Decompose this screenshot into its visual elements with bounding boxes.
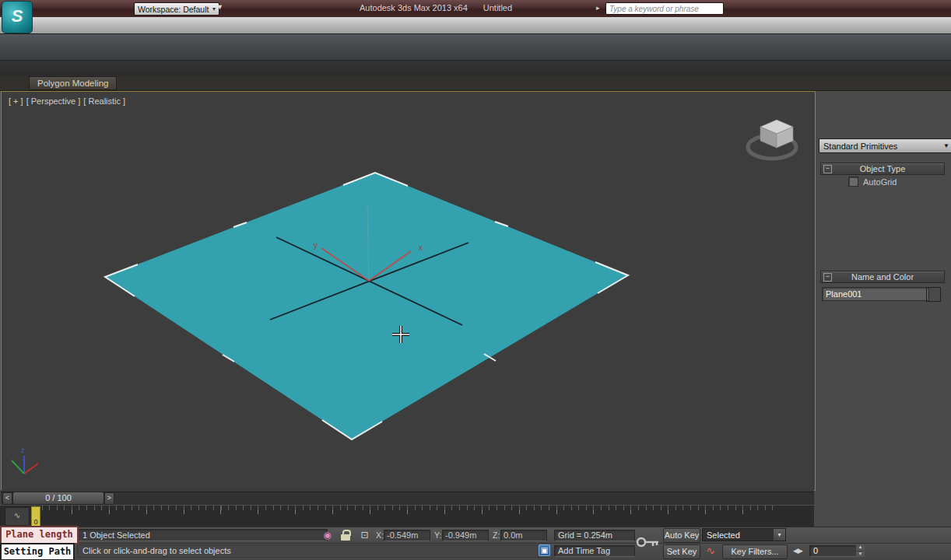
- x-coordinate-field[interactable]: -0.549m: [384, 530, 430, 541]
- viewport-label: [ + ] [ Perspective ] [ Realistic ]: [9, 96, 125, 106]
- gizmo-x-label: x: [419, 243, 423, 252]
- z-coordinate-field[interactable]: 0.0m: [500, 530, 547, 541]
- application-menu-button[interactable]: S: [2, 1, 33, 33]
- auto-key-button[interactable]: Auto Key: [663, 528, 700, 543]
- y-coordinate-label: Y:: [434, 530, 441, 540]
- workspace-dropdown[interactable]: Workspace: Default ▾: [134, 2, 219, 16]
- default-tangent-icon[interactable]: ∿: [703, 544, 718, 558]
- previous-frame-slider-button[interactable]: <: [2, 492, 12, 505]
- caption-overlay-top: Plane length: [0, 526, 79, 544]
- add-time-tag-field[interactable]: Add Time Tag: [554, 545, 635, 557]
- selection-lock-icon[interactable]: [339, 529, 352, 541]
- current-frame-marker[interactable]: 0: [31, 506, 40, 527]
- collapse-icon: −: [823, 165, 832, 173]
- caption-overlay-bottom: Setting Path: [0, 543, 75, 560]
- primitive-category-value: Standard Primitives: [823, 142, 897, 151]
- lock-body: [341, 534, 350, 541]
- selection-status: 1 Object Selected: [77, 529, 328, 541]
- viewport-canvas[interactable]: x y: [2, 92, 815, 490]
- time-slider-track[interactable]: [1, 492, 814, 506]
- document-title: Untitled: [483, 3, 512, 12]
- spinner-down-icon[interactable]: ▼: [856, 551, 865, 558]
- menubar: [0, 17, 951, 34]
- x-coordinate-label: X:: [376, 530, 384, 540]
- grid-size-readout: Grid = 0.254m: [554, 530, 635, 541]
- autogrid-label: AutoGrid: [863, 177, 897, 187]
- ribbon-panel-bar: Polygon Modeling: [0, 76, 951, 91]
- frame-spinner[interactable]: ▲ ▼: [856, 544, 865, 557]
- plane-object[interactable]: [105, 173, 628, 439]
- viewport-menu-pov[interactable]: [ Perspective ]: [26, 96, 81, 106]
- gizmo-y-label: y: [314, 241, 318, 250]
- autogrid-row: AutoGrid: [848, 177, 897, 187]
- set-keys-key-icon[interactable]: [635, 529, 661, 555]
- world-axis-tripod: z: [12, 446, 38, 474]
- set-key-button[interactable]: Set Key: [663, 544, 700, 559]
- timeline-ruler[interactable]: [34, 506, 780, 527]
- main-toolbar: [0, 34, 951, 61]
- name-color-rollout-title: Name and Color: [851, 272, 914, 282]
- primitive-category-dropdown[interactable]: Standard Primitives ▼: [819, 138, 951, 153]
- chevron-down-icon: ▾: [774, 529, 785, 541]
- object-type-rollout-header[interactable]: − Object Type: [820, 163, 945, 175]
- time-slider-row: < 0 / 100 >: [1, 490, 814, 506]
- tab-polygon-modeling[interactable]: Polygon Modeling: [29, 76, 117, 90]
- chevron-down-icon: ▾: [212, 5, 216, 12]
- key-set-dropdown[interactable]: Selected ▾: [702, 528, 786, 541]
- chevron-down-icon: ▼: [943, 142, 949, 149]
- ribbon-tab-bar: [0, 61, 951, 76]
- key-mode-toggle-icon[interactable]: ◀▶: [789, 544, 806, 558]
- workspace-label: Workspace: Default: [138, 5, 209, 14]
- key-set-value: Selected: [707, 530, 740, 540]
- app-title: Autodesk 3ds Max 2013 x64: [360, 3, 468, 12]
- isolate-selection-pin-icon[interactable]: ◉: [321, 529, 334, 541]
- collapse-icon: −: [823, 273, 832, 282]
- quick-access-options-icon[interactable]: ▼: [216, 3, 223, 11]
- perspective-viewport[interactable]: [ + ] [ Perspective ] [ Realistic ] x y: [1, 91, 816, 491]
- time-slider-handle[interactable]: 0 / 100: [12, 492, 104, 505]
- track-bar[interactable]: ∿ 0: [0, 506, 814, 527]
- next-frame-slider-button[interactable]: >: [104, 492, 114, 505]
- current-frame-field[interactable]: 0: [809, 545, 862, 557]
- absolute-mode-toggle-icon[interactable]: ⊡: [358, 529, 371, 541]
- y-coordinate-field[interactable]: -0.949m: [442, 530, 489, 541]
- object-color-swatch[interactable]: [926, 287, 941, 302]
- object-type-rollout-title: Object Type: [860, 164, 906, 173]
- prompt-line: Click or click-and-drag to select object…: [77, 544, 547, 558]
- viewcube[interactable]: [748, 120, 796, 159]
- name-color-rollout-header[interactable]: − Name and Color: [820, 271, 945, 283]
- autogrid-checkbox[interactable]: [848, 177, 858, 187]
- window-title: Autodesk 3ds Max 2013 x64 Untitled: [360, 3, 512, 12]
- object-name-field[interactable]: Plane001: [822, 287, 929, 301]
- spinner-up-icon[interactable]: ▲: [856, 544, 865, 551]
- viewport-menu-general[interactable]: [ + ]: [9, 96, 23, 106]
- search-input[interactable]: [605, 2, 724, 15]
- open-mini-curve-editor-icon[interactable]: ∿: [5, 507, 30, 526]
- tripod-z-label: z: [21, 446, 25, 454]
- time-tag-icon[interactable]: ▣: [539, 544, 550, 556]
- viewport-menu-shading[interactable]: [ Realistic ]: [83, 96, 125, 106]
- key-filters-button[interactable]: Key Filters...: [722, 544, 788, 559]
- z-coordinate-label: Z:: [493, 530, 500, 540]
- command-panel: Standard Primitives ▼ − Object Type Auto…: [816, 91, 951, 527]
- search-flyout-icon[interactable]: ▸: [596, 4, 600, 12]
- 3ds-max-window: S Workspace: Default ▾ ▼ Autodesk 3ds Ma…: [0, 0, 951, 560]
